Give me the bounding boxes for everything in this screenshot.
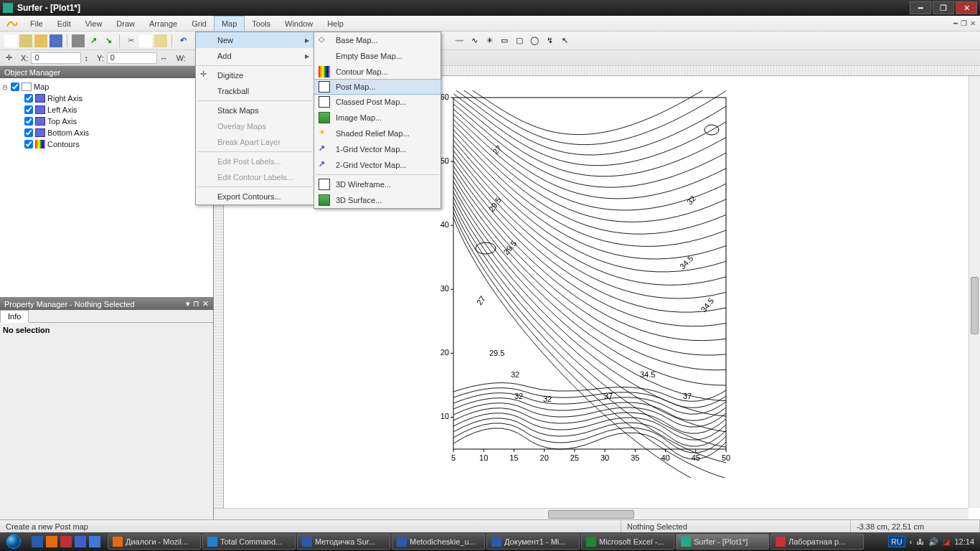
undo-button[interactable]: ↶ bbox=[176, 34, 189, 47]
zigzag-icon[interactable]: 〰 bbox=[453, 34, 466, 47]
menuitem-add[interactable]: Add bbox=[196, 48, 314, 64]
arrow-icon[interactable]: ↖ bbox=[558, 34, 571, 47]
svg-text:30: 30 bbox=[600, 453, 609, 462]
menuitem-post-map[interactable]: Post Map... bbox=[314, 79, 441, 95]
lock-y-icon[interactable]: ↔ bbox=[160, 54, 168, 62]
export-button[interactable]: ↗ bbox=[87, 34, 100, 47]
menuitem-new[interactable]: New bbox=[196, 32, 314, 48]
tray-volume-icon[interactable]: 🔊 bbox=[928, 537, 938, 547]
rounded-rect-icon[interactable]: ▢ bbox=[513, 34, 526, 47]
tray-shield-icon[interactable]: ◪ bbox=[943, 537, 950, 547]
task-диалоги-mozil-[interactable]: Диалоги - Mozil... bbox=[108, 534, 201, 550]
tree-node-right-axis[interactable]: Right Axis bbox=[1, 93, 212, 104]
tree-node-left-axis[interactable]: Left Axis bbox=[1, 104, 212, 116]
x-value[interactable]: 0 bbox=[31, 52, 81, 64]
object-manager-tree[interactable]: ⊟MapRight AxisLeft AxisTop AxisBottom Ax… bbox=[0, 78, 213, 297]
menu-grid[interactable]: Grid bbox=[184, 16, 214, 31]
new-worksheet-button[interactable] bbox=[19, 34, 32, 47]
tray-clock[interactable]: 12:14 bbox=[954, 537, 974, 546]
task-app-icon bbox=[113, 537, 123, 547]
task-app-icon bbox=[776, 537, 786, 547]
task-metodicheskie-u-[interactable]: Metodicheskie_u... bbox=[392, 534, 485, 550]
menu-arrange[interactable]: Arrange bbox=[142, 16, 184, 31]
menuitem-image-map[interactable]: Image Map... bbox=[314, 110, 440, 126]
snap-icon[interactable]: ✳ bbox=[483, 34, 496, 47]
menu-edit[interactable]: Edit bbox=[50, 16, 78, 31]
tray-network-icon[interactable]: 🖧 bbox=[916, 537, 924, 546]
menuitem-3d-surface[interactable]: 3D Surface... bbox=[314, 192, 440, 208]
ql-ie-icon[interactable] bbox=[32, 536, 43, 547]
panel-close-icon[interactable]: ✕ bbox=[202, 299, 209, 309]
tab-info[interactable]: Info bbox=[0, 310, 29, 323]
menuitem-export-contours[interactable]: Export Contours... bbox=[196, 189, 314, 204]
task-microsoft-excel-[interactable]: Microsoft Excel -... bbox=[581, 534, 674, 550]
start-button[interactable] bbox=[0, 532, 27, 551]
horizontal-scrollbar[interactable] bbox=[214, 508, 969, 519]
curve-icon[interactable]: ∿ bbox=[468, 34, 481, 47]
save-button[interactable] bbox=[50, 34, 62, 47]
menuitem-1-grid-vector-map[interactable]: ↗1-Grid Vector Map... bbox=[314, 141, 440, 157]
menuitem-contour-map[interactable]: Contour Map... bbox=[314, 64, 440, 80]
vertical-scrollbar[interactable] bbox=[969, 76, 980, 508]
panel-opts-icon[interactable]: ▾ bbox=[186, 299, 190, 309]
cut-button[interactable]: ✂ bbox=[124, 34, 137, 47]
menuitem-label: 2-Grid Vector Map... bbox=[336, 161, 406, 169]
menu-view[interactable]: View bbox=[78, 16, 110, 31]
maximize-button[interactable]: ❐ bbox=[933, 1, 954, 14]
menuitem-classed-post-map[interactable]: Classed Post Map... bbox=[314, 94, 440, 110]
tree-node-bottom-axis[interactable]: Bottom Axis bbox=[1, 127, 212, 138]
menu-help[interactable]: Help bbox=[320, 16, 351, 31]
menuitem-stack-maps[interactable]: Stack Maps bbox=[196, 103, 314, 118]
menuitem-empty-base-map[interactable]: Empty Base Map... bbox=[314, 48, 440, 64]
svg-text:5: 5 bbox=[451, 453, 456, 462]
task-лаборатная-р-[interactable]: Лаборатная р... bbox=[771, 534, 864, 550]
object-manager-header[interactable]: Object Manager ▾✕ bbox=[0, 66, 213, 78]
task-методичка-sur-[interactable]: Методичка Sur... bbox=[297, 534, 390, 550]
svg-text:27: 27 bbox=[475, 294, 487, 306]
ellipse-icon[interactable]: ◯ bbox=[528, 34, 541, 47]
menu-map[interactable]: Map bbox=[214, 16, 245, 31]
tree-node-contours[interactable]: Contours bbox=[1, 138, 212, 150]
minimize-button[interactable]: ━ bbox=[910, 1, 931, 14]
menuitem-label: New bbox=[217, 36, 233, 44]
task-surfer-plot1-[interactable]: Surfer - [Plot1*] bbox=[676, 534, 769, 550]
ql-opera-icon[interactable] bbox=[60, 536, 72, 547]
copy-button[interactable] bbox=[139, 34, 152, 47]
ql-save-icon[interactable] bbox=[75, 536, 86, 547]
tree-root-map[interactable]: ⊟Map bbox=[1, 81, 212, 93]
open-button[interactable] bbox=[34, 34, 47, 47]
menuitem-digitize[interactable]: ✛Digitize bbox=[196, 67, 314, 83]
menuitem-2-grid-vector-map[interactable]: ↗2-Grid Vector Map... bbox=[314, 157, 440, 173]
task-документ1-mi-[interactable]: Документ1 - Mi... bbox=[486, 534, 580, 550]
menu-file[interactable]: File bbox=[23, 16, 50, 31]
panel-pin-icon[interactable]: ⊓ bbox=[193, 299, 199, 309]
paste-button[interactable] bbox=[154, 34, 167, 47]
y-value[interactable]: 0 bbox=[107, 52, 157, 64]
contour-map[interactable]: 102030405060 5101520253035404550 272729.… bbox=[439, 90, 740, 478]
language-indicator[interactable]: RU bbox=[888, 536, 905, 547]
polyline-icon[interactable]: ↯ bbox=[543, 34, 556, 47]
menu-draw[interactable]: Draw bbox=[109, 16, 142, 31]
print-button[interactable] bbox=[72, 34, 85, 47]
menuitem-base-map[interactable]: ◇Base Map... bbox=[314, 32, 440, 48]
new-doc-button[interactable] bbox=[4, 34, 17, 47]
close-button[interactable]: ✕ bbox=[956, 1, 977, 14]
menu-window[interactable]: Window bbox=[278, 16, 320, 31]
tray-chevron-icon[interactable]: ‹ bbox=[910, 537, 913, 546]
menuitem-3d-wireframe[interactable]: 3D Wireframe... bbox=[314, 176, 440, 192]
task-total-command-[interactable]: Total Command... bbox=[202, 534, 296, 550]
task-label: Microsoft Excel -... bbox=[599, 537, 664, 546]
menu-tools[interactable]: Tools bbox=[245, 16, 278, 31]
ql-ie2-icon[interactable] bbox=[89, 536, 100, 547]
ql-firefox-icon[interactable] bbox=[46, 536, 57, 547]
menuitem-trackball[interactable]: Trackball bbox=[196, 83, 314, 99]
property-manager-header[interactable]: Property Manager - Nothing Selected ▾⊓✕ bbox=[0, 298, 213, 310]
mdi-close-button[interactable]: ✕ bbox=[970, 19, 976, 27]
tree-node-top-axis[interactable]: Top Axis bbox=[1, 116, 212, 127]
mdi-minimize-button[interactable]: ━ bbox=[953, 19, 958, 27]
lock-x-icon[interactable]: ↕ bbox=[84, 54, 88, 62]
menuitem-shaded-relief-map[interactable]: ☀Shaded Relief Map... bbox=[314, 126, 440, 141]
rect-icon[interactable]: ▭ bbox=[498, 34, 511, 47]
import-button[interactable]: ↘ bbox=[102, 34, 115, 47]
mdi-restore-button[interactable]: ❐ bbox=[961, 19, 967, 27]
